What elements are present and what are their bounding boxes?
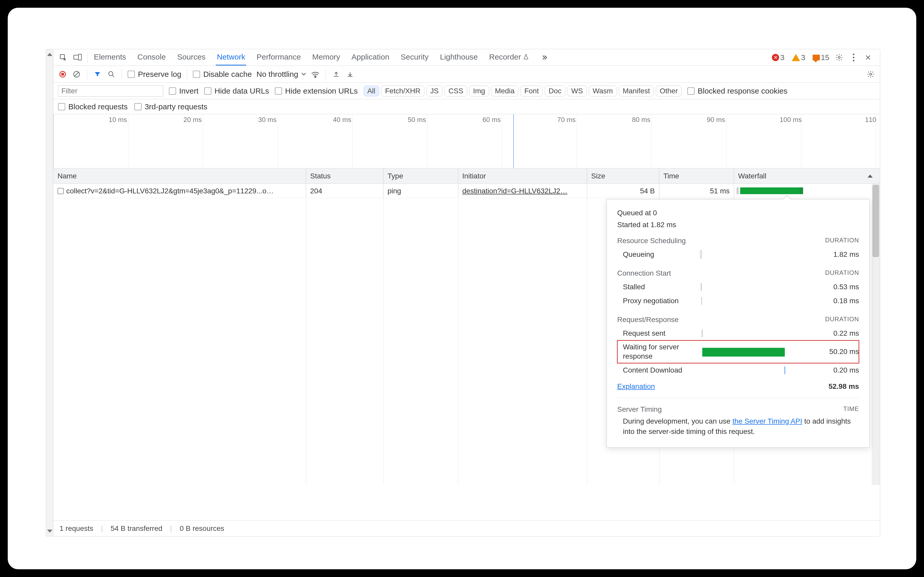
row-waiting-highlighted: Waiting for server response 50.20 ms — [617, 340, 859, 363]
svg-point-11 — [315, 77, 316, 77]
chip-other[interactable]: Other — [656, 85, 682, 97]
col-name[interactable]: Name — [53, 168, 306, 184]
svg-point-6 — [853, 60, 855, 61]
footer-transferred: 54 B transferred — [111, 524, 163, 533]
cell-time: 51 ms — [659, 184, 734, 198]
explanation-link[interactable]: Explanation — [617, 382, 655, 391]
issues-icon — [813, 55, 820, 60]
svg-point-5 — [853, 57, 855, 58]
tab-network[interactable]: Network — [216, 49, 246, 66]
outer-scrollbar[interactable] — [46, 49, 53, 537]
close-icon[interactable] — [863, 53, 873, 62]
hide-ext-checkbox[interactable]: Hide extension URLs — [275, 87, 358, 95]
svg-point-4 — [853, 54, 855, 55]
warning-count[interactable]: 3 — [792, 53, 805, 62]
tab-security[interactable]: Security — [399, 49, 430, 66]
popup-queued: Queued at 0 — [617, 209, 859, 217]
tab-console[interactable]: Console — [136, 49, 167, 66]
tab-memory[interactable]: Memory — [311, 49, 341, 66]
invert-checkbox[interactable]: Invert — [169, 87, 198, 95]
third-party-checkbox[interactable]: 3rd-party requests — [134, 102, 207, 111]
warning-icon — [792, 54, 800, 61]
issues-count[interactable]: 15 — [813, 53, 829, 62]
devtools-panel: Elements Console Sources Network Perform… — [53, 49, 880, 537]
filter-input[interactable] — [58, 85, 163, 97]
chip-doc[interactable]: Doc — [545, 85, 565, 97]
upload-icon[interactable] — [332, 69, 341, 79]
hide-data-checkbox[interactable]: Hide data URLs — [204, 87, 269, 95]
row-proxy-label: Proxy negotiation — [623, 297, 700, 305]
section-connection-start: Connection Start — [617, 269, 671, 277]
row-sent-label: Request sent — [623, 329, 700, 337]
chip-img[interactable]: Img — [469, 85, 489, 97]
blocked-requests-checkbox[interactable]: Blocked requests — [58, 102, 128, 111]
gear-icon[interactable] — [835, 53, 844, 62]
wifi-icon[interactable] — [311, 69, 320, 79]
server-timing-api-link[interactable]: the Server Timing API — [732, 417, 802, 425]
footer-requests: 1 requests — [60, 524, 93, 533]
col-waterfall[interactable]: Waterfall — [734, 168, 880, 184]
footer-resources: 0 B resources — [180, 524, 224, 533]
download-icon[interactable] — [346, 69, 355, 79]
row-download-label: Content Download — [623, 366, 700, 374]
disable-cache-checkbox[interactable]: Disable cache — [193, 70, 252, 79]
tab-application[interactable]: Application — [350, 49, 390, 66]
overview-timeline[interactable]: 10 ms 20 ms 30 ms 40 ms 50 ms 60 ms 70 m… — [53, 114, 880, 168]
chip-manifest[interactable]: Manifest — [619, 85, 654, 97]
chip-font[interactable]: Font — [520, 85, 543, 97]
row-queueing-label: Queueing — [623, 250, 700, 259]
status-bar: 1 requests | 54 B transferred | 0 B reso… — [53, 520, 880, 536]
col-size[interactable]: Size — [587, 168, 659, 184]
search-icon[interactable] — [107, 69, 116, 79]
error-count[interactable]: ✕ 3 — [772, 53, 784, 62]
cell-initiator[interactable]: destination?id=G-HLLV632LJ2… — [458, 184, 587, 198]
flask-icon — [523, 54, 529, 60]
kebab-icon[interactable] — [849, 53, 858, 62]
tab-sources[interactable]: Sources — [176, 49, 206, 66]
timing-popup: Queued at 0 Started at 1.82 ms Resource … — [607, 199, 869, 448]
type-filter-chips: All Fetch/XHR JS CSS Img Media Font Doc … — [364, 85, 682, 97]
request-table: Name Status Type Initiator Size Time Wat… — [53, 168, 880, 485]
tab-performance[interactable]: Performance — [256, 49, 302, 66]
col-time[interactable]: Time — [659, 168, 734, 184]
section-request-response: Request/Response — [617, 316, 679, 324]
filter-bar-2: Blocked requests 3rd-party requests — [53, 99, 880, 114]
throttling-select[interactable]: No throttling — [256, 70, 306, 79]
chevron-down-icon — [301, 73, 306, 76]
scroll-down-icon[interactable] — [46, 527, 53, 535]
timeline-marker — [513, 114, 514, 168]
table-row[interactable]: collect?v=2&tid=G-HLLV632LJ2&gtm=45je3ag… — [53, 184, 872, 198]
record-button[interactable] — [58, 69, 67, 79]
chip-all[interactable]: All — [364, 85, 379, 97]
chip-wasm[interactable]: Wasm — [589, 85, 617, 97]
row-stalled-label: Stalled — [623, 283, 700, 291]
scroll-up-icon[interactable] — [46, 50, 53, 58]
clear-button[interactable] — [72, 69, 81, 79]
chip-css[interactable]: CSS — [444, 85, 467, 97]
tab-recorder[interactable]: Recorder — [488, 49, 530, 66]
tab-elements[interactable]: Elements — [93, 49, 127, 66]
col-status[interactable]: Status — [306, 168, 383, 184]
filter-icon[interactable] — [93, 69, 102, 79]
table-scrollbar[interactable] — [872, 184, 880, 485]
inspect-icon[interactable] — [58, 53, 68, 62]
col-initiator[interactable]: Initiator — [458, 168, 587, 184]
chip-js[interactable]: JS — [427, 85, 443, 97]
more-tabs-icon[interactable] — [539, 53, 548, 62]
error-icon: ✕ — [772, 54, 779, 61]
cell-type: ping — [383, 184, 458, 198]
section-server-timing: Server Timing — [617, 405, 662, 414]
blocked-cookies-checkbox[interactable]: Blocked response cookies — [687, 87, 788, 95]
cell-waterfall[interactable] — [734, 184, 872, 198]
tab-lighthouse[interactable]: Lighthouse — [439, 49, 479, 66]
device-toolbar-icon[interactable] — [73, 53, 82, 62]
table-header: Name Status Type Initiator Size Time Wat… — [53, 168, 880, 184]
col-type[interactable]: Type — [383, 168, 458, 184]
panel-gear-icon[interactable] — [866, 69, 875, 79]
main-tab-strip: Elements Console Sources Network Perform… — [53, 49, 880, 66]
chip-media[interactable]: Media — [491, 85, 518, 97]
chip-fetch[interactable]: Fetch/XHR — [381, 85, 424, 97]
server-timing-note: During development, you can use the Serv… — [617, 416, 859, 437]
preserve-log-checkbox[interactable]: Preserve log — [128, 70, 181, 79]
chip-ws[interactable]: WS — [567, 85, 587, 97]
